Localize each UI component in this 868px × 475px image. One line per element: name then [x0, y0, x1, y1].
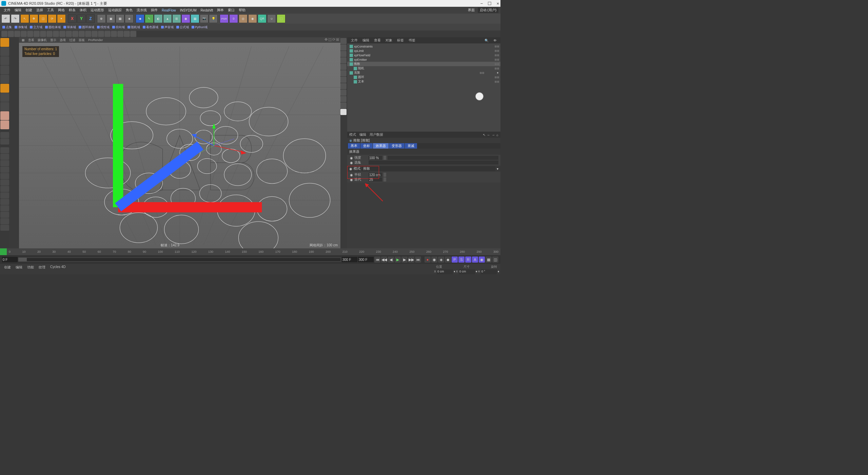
strip-icon[interactable]: [72, 31, 78, 37]
key-p-icon[interactable]: P: [452, 256, 458, 263]
dropdown-arrow-icon[interactable]: ▾: [497, 167, 498, 171]
rb-icon[interactable]: [340, 83, 347, 89]
prev-key-icon[interactable]: ◀◀: [381, 256, 387, 263]
play-icon[interactable]: ▶: [395, 256, 401, 263]
render-pv[interactable]: ▦: [116, 14, 124, 23]
min-button[interactable]: −: [480, 1, 483, 6]
psr-icon[interactable]: PSR: [220, 14, 229, 23]
field-python[interactable]: Python域: [191, 25, 209, 30]
om-tab-obj[interactable]: 对象: [384, 38, 394, 43]
tree-item[interactable]: xpLimit: [347, 49, 500, 53]
menu-script[interactable]: 脚本: [215, 7, 225, 13]
mode-uv[interactable]: [0, 93, 9, 102]
mat-tab-cycles[interactable]: Cycles 4D: [48, 265, 68, 270]
light-icon[interactable]: 💡: [209, 14, 218, 23]
rb-icon[interactable]: [340, 57, 347, 63]
key-a-icon[interactable]: A: [472, 256, 478, 263]
field-shader[interactable]: 着色器域: [142, 25, 159, 30]
vp-nav-icon[interactable]: ⟳: [332, 37, 335, 42]
strip-icon[interactable]: [98, 31, 104, 37]
timeline-ruler[interactable]: 0102030405060708090100110120130140150160…: [0, 248, 500, 255]
menu-pipeline[interactable]: 流水线: [135, 7, 149, 13]
menu-insydium[interactable]: INSYDIUM: [178, 8, 198, 13]
strip-icon[interactable]: [79, 31, 85, 37]
attr-nav-icon[interactable]: ←: [487, 133, 490, 137]
field-clean[interactable]: 净集域: [14, 25, 28, 30]
om-eye-icon[interactable]: 👁: [492, 38, 498, 43]
tree-item[interactable]: xpConstraints: [347, 44, 500, 49]
max-button[interactable]: ☐: [488, 1, 492, 6]
attr-strength-input[interactable]: [369, 156, 382, 160]
rb-icon[interactable]: [340, 44, 347, 51]
tool-icon2[interactable]: ◉: [248, 14, 257, 23]
snap-icon[interactable]: [0, 192, 9, 198]
frame-end-input[interactable]: [342, 257, 357, 262]
attr-tab-userdata[interactable]: 用户数据: [370, 132, 383, 137]
render-settings[interactable]: ◈: [125, 14, 134, 23]
vp-panel[interactable]: 面板: [79, 38, 85, 42]
key-s-icon[interactable]: S: [458, 256, 465, 263]
attr-mode-dropdown[interactable]: 推散: [362, 166, 495, 171]
coord-rot-input[interactable]: [481, 269, 497, 273]
strip-icon[interactable]: [1, 31, 7, 37]
attr-subtab-deformer[interactable]: 变形器: [389, 143, 405, 149]
strip-icon[interactable]: [111, 31, 117, 37]
attr-subtab-coord[interactable]: 坐标: [360, 143, 373, 149]
mat-tab-edit[interactable]: 编辑: [14, 265, 24, 270]
tool-icon4[interactable]: ⬚: [277, 14, 285, 23]
tool-qr[interactable]: QR: [258, 14, 267, 23]
next-key-icon[interactable]: ▶▶: [408, 256, 414, 263]
x-lock[interactable]: X: [68, 14, 77, 23]
timeline-cursor[interactable]: [0, 248, 7, 255]
vp-palette-icon[interactable]: ▦: [22, 38, 25, 42]
strip-icon[interactable]: [40, 31, 46, 37]
coord-pos-input[interactable]: [437, 273, 453, 274]
autokey-icon[interactable]: ◉: [431, 256, 437, 263]
field-sphere[interactable]: 球体域: [62, 25, 77, 30]
timeline-scrollbar[interactable]: [18, 258, 341, 262]
tree-item[interactable]: xpFlowField: [347, 53, 500, 57]
key-icon[interactable]: ◈: [438, 256, 444, 263]
z-lock[interactable]: Z: [86, 14, 95, 23]
vp-prorender[interactable]: ProRender: [88, 38, 103, 42]
strip-icon[interactable]: [130, 31, 136, 37]
om-search-icon[interactable]: 🔍: [483, 38, 490, 43]
strip-icon[interactable]: [124, 31, 130, 37]
vp-camera[interactable]: 摄像机: [38, 38, 47, 42]
attr-tab-mode[interactable]: 模式: [349, 132, 356, 137]
rb-icon[interactable]: [340, 70, 347, 76]
mat-tab-tex[interactable]: 纹理: [37, 265, 47, 270]
snap-icon[interactable]: [0, 154, 9, 160]
menu-tracking[interactable]: 运动跟踪: [106, 7, 123, 13]
vp-filter[interactable]: 过滤: [69, 38, 75, 42]
env-icon[interactable]: ▦: [191, 14, 199, 23]
menu-redshift[interactable]: Redshift: [199, 8, 215, 13]
field-cylinder[interactable]: 圆柱体域: [44, 25, 62, 30]
rb-icon[interactable]: [340, 77, 347, 83]
select-tool[interactable]: ↖: [20, 14, 29, 23]
y-lock[interactable]: Y: [77, 14, 86, 23]
mode-texture[interactable]: [0, 47, 9, 56]
record-icon[interactable]: ●: [425, 256, 431, 263]
mat-tab-create[interactable]: 创建: [2, 265, 13, 270]
snap-icon[interactable]: [0, 179, 9, 186]
menu-mograph[interactable]: 运动图形: [89, 7, 106, 13]
attr-nav-icon[interactable]: ⌂: [496, 133, 498, 137]
zero-icon[interactable]: 0: [229, 14, 238, 23]
nurbs-icon[interactable]: ◐: [154, 14, 163, 23]
mode-edge[interactable]: [0, 65, 9, 74]
deformer-icon[interactable]: ◉: [181, 14, 190, 23]
field-formula[interactable]: 公式域: [175, 25, 190, 30]
tree-item[interactable]: 克隆✦: [347, 71, 500, 75]
layout-dropdown[interactable]: 启动 (用户): [478, 7, 498, 13]
camera-icon[interactable]: 📷: [200, 14, 209, 23]
field-torus[interactable]: 圆环体域: [78, 25, 95, 30]
menu-plugins[interactable]: 插件: [149, 7, 159, 13]
frame-end2-input[interactable]: [358, 257, 374, 262]
attr-tab-edit[interactable]: 编辑: [359, 132, 366, 137]
strip-icon[interactable]: [21, 31, 27, 37]
strip-icon[interactable]: [66, 31, 72, 37]
menu-help[interactable]: 帮助: [237, 7, 247, 13]
mode-poly[interactable]: [0, 75, 9, 83]
snap-icon[interactable]: [0, 147, 9, 153]
